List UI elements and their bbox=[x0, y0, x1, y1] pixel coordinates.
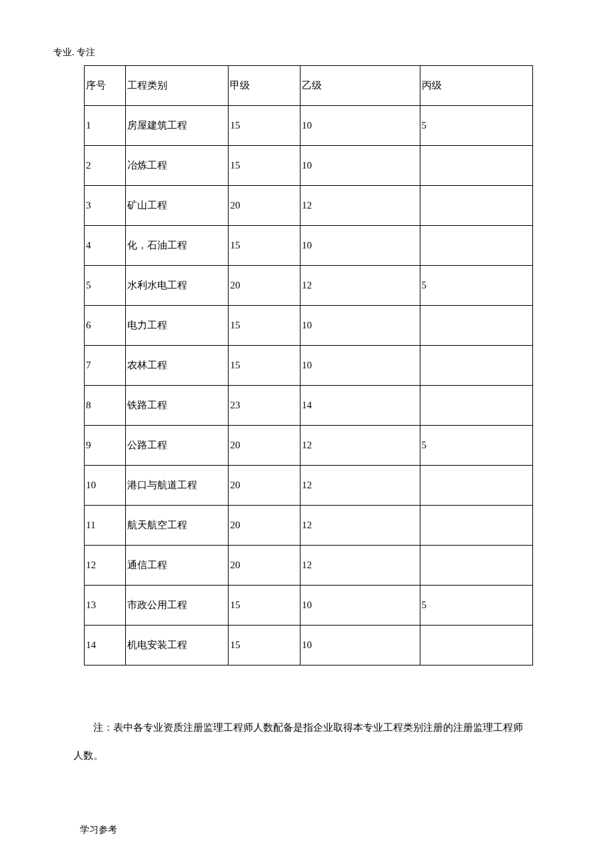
cell-index: 13 bbox=[85, 586, 126, 626]
table-row: 5 水利水电工程 20 12 5 bbox=[85, 266, 533, 306]
table-header-row: 序号 工程类别 甲级 乙级 丙级 bbox=[85, 66, 533, 106]
cell-level-a: 20 bbox=[229, 266, 301, 306]
cell-category: 化，石油工程 bbox=[125, 226, 229, 266]
table-row: 11 航天航空工程 20 12 bbox=[85, 506, 533, 546]
cell-level-c bbox=[420, 466, 533, 506]
page-header: 专业. 专注 bbox=[53, 47, 560, 59]
cell-level-b: 10 bbox=[301, 306, 420, 346]
cell-index: 5 bbox=[85, 266, 126, 306]
cell-category: 矿山工程 bbox=[125, 186, 229, 226]
cell-level-c: 5 bbox=[420, 586, 533, 626]
cell-index: 4 bbox=[85, 226, 126, 266]
cell-category: 港口与航道工程 bbox=[125, 466, 229, 506]
cell-level-c: 5 bbox=[420, 266, 533, 306]
table-row: 9 公路工程 20 12 5 bbox=[85, 426, 533, 466]
cell-level-c bbox=[420, 186, 533, 226]
cell-index: 8 bbox=[85, 386, 126, 426]
cell-level-b: 10 bbox=[301, 626, 420, 665]
table-row: 4 化，石油工程 15 10 bbox=[85, 226, 533, 266]
cell-level-a: 15 bbox=[229, 346, 301, 386]
cell-level-c: 5 bbox=[420, 106, 533, 146]
cell-level-b: 10 bbox=[301, 146, 420, 186]
cell-level-a: 20 bbox=[229, 186, 301, 226]
cell-category: 水利水电工程 bbox=[125, 266, 229, 306]
table-row: 6 电力工程 15 10 bbox=[85, 306, 533, 346]
cell-level-c bbox=[420, 506, 533, 546]
cell-level-a: 15 bbox=[229, 306, 301, 346]
cell-index: 2 bbox=[85, 146, 126, 186]
header-category: 工程类别 bbox=[125, 66, 229, 106]
cell-index: 9 bbox=[85, 426, 126, 466]
cell-level-b: 10 bbox=[301, 106, 420, 146]
cell-category: 公路工程 bbox=[125, 426, 229, 466]
table-row: 3 矿山工程 20 12 bbox=[85, 186, 533, 226]
header-level-a: 甲级 bbox=[229, 66, 301, 106]
cell-category: 铁路工程 bbox=[125, 386, 229, 426]
cell-category: 通信工程 bbox=[125, 546, 229, 586]
cell-level-c bbox=[420, 306, 533, 346]
table-row: 1 房屋建筑工程 15 10 5 bbox=[85, 106, 533, 146]
cell-level-b: 12 bbox=[301, 506, 420, 546]
cell-index: 1 bbox=[85, 106, 126, 146]
cell-level-b: 10 bbox=[301, 346, 420, 386]
cell-level-a: 20 bbox=[229, 466, 301, 506]
cell-level-a: 15 bbox=[229, 626, 301, 665]
engineering-table: 序号 工程类别 甲级 乙级 丙级 1 房屋建筑工程 15 10 5 2 冶炼工程… bbox=[84, 65, 533, 665]
page-footer: 学习参考 bbox=[80, 824, 117, 836]
cell-level-c: 5 bbox=[420, 426, 533, 466]
note-line2: 人数。 bbox=[73, 750, 103, 761]
cell-level-b: 10 bbox=[301, 586, 420, 626]
header-index: 序号 bbox=[85, 66, 126, 106]
cell-index: 6 bbox=[85, 306, 126, 346]
cell-index: 14 bbox=[85, 626, 126, 665]
table-row: 13 市政公用工程 15 10 5 bbox=[85, 586, 533, 626]
cell-index: 12 bbox=[85, 546, 126, 586]
cell-level-a: 15 bbox=[229, 586, 301, 626]
cell-level-a: 20 bbox=[229, 506, 301, 546]
cell-index: 3 bbox=[85, 186, 126, 226]
cell-level-c bbox=[420, 346, 533, 386]
note-line1: 注：表中各专业资质注册监理工程师人数配备是指企业取得本专业工程类别注册的注册监理… bbox=[93, 722, 523, 733]
cell-index: 7 bbox=[85, 346, 126, 386]
table-row: 2 冶炼工程 15 10 bbox=[85, 146, 533, 186]
cell-category: 航天航空工程 bbox=[125, 506, 229, 546]
cell-level-c bbox=[420, 226, 533, 266]
cell-category: 冶炼工程 bbox=[125, 146, 229, 186]
header-level-c: 丙级 bbox=[420, 66, 533, 106]
cell-level-c bbox=[420, 386, 533, 426]
cell-level-b: 12 bbox=[301, 266, 420, 306]
cell-category: 房屋建筑工程 bbox=[125, 106, 229, 146]
cell-level-c bbox=[420, 546, 533, 586]
cell-level-b: 10 bbox=[301, 226, 420, 266]
cell-level-b: 12 bbox=[301, 426, 420, 466]
cell-level-a: 15 bbox=[229, 106, 301, 146]
note-paragraph: 注：表中各专业资质注册监理工程师人数配备是指企业取得本专业工程类别注册的注册监理… bbox=[73, 713, 560, 769]
table-row: 10 港口与航道工程 20 12 bbox=[85, 466, 533, 506]
cell-category: 电力工程 bbox=[125, 306, 229, 346]
cell-level-c bbox=[420, 626, 533, 665]
cell-index: 10 bbox=[85, 466, 126, 506]
cell-level-c bbox=[420, 146, 533, 186]
table-row: 8 铁路工程 23 14 bbox=[85, 386, 533, 426]
cell-level-a: 23 bbox=[229, 386, 301, 426]
cell-level-b: 12 bbox=[301, 186, 420, 226]
cell-category: 市政公用工程 bbox=[125, 586, 229, 626]
cell-level-b: 12 bbox=[301, 466, 420, 506]
cell-level-a: 20 bbox=[229, 546, 301, 586]
cell-level-b: 12 bbox=[301, 546, 420, 586]
cell-level-a: 15 bbox=[229, 146, 301, 186]
cell-level-a: 15 bbox=[229, 226, 301, 266]
cell-category: 机电安装工程 bbox=[125, 626, 229, 665]
cell-category: 农林工程 bbox=[125, 346, 229, 386]
cell-index: 11 bbox=[85, 506, 126, 546]
table-row: 7 农林工程 15 10 bbox=[85, 346, 533, 386]
cell-level-b: 14 bbox=[301, 386, 420, 426]
table-row: 14 机电安装工程 15 10 bbox=[85, 626, 533, 665]
cell-level-a: 20 bbox=[229, 426, 301, 466]
header-level-b: 乙级 bbox=[301, 66, 420, 106]
table-row: 12 通信工程 20 12 bbox=[85, 546, 533, 586]
